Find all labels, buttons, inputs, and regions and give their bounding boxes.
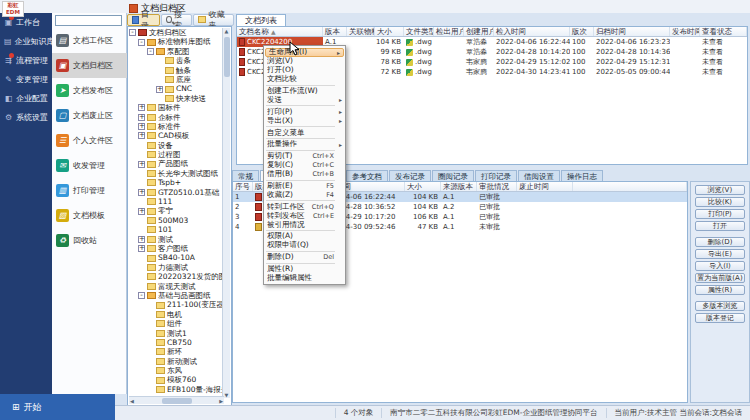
tree-node[interactable]: - 标准物料库图纸	[129, 37, 223, 46]
detail-tab[interactable]: 借阅设置	[518, 170, 560, 181]
module-item[interactable]: ▢ 文档废止区	[52, 103, 127, 128]
tree-node[interactable]: 新动测试	[129, 357, 223, 366]
tree-expand-toggle[interactable]: +	[138, 208, 145, 215]
context-menu-item[interactable]: 发送 ▸	[264, 95, 345, 104]
detail-tab[interactable]: 圈阅记录	[432, 170, 474, 181]
column-header[interactable]: 废止时间	[517, 182, 573, 191]
history-action-button[interactable]: 多版本浏览	[695, 301, 745, 311]
history-action-button[interactable]: 属性(R)	[695, 285, 745, 295]
tree-node[interactable]: 101	[129, 225, 223, 234]
history-action-button[interactable]: 打印(P)	[695, 209, 745, 219]
tree-node[interactable]: 触条	[129, 66, 223, 75]
tree-node[interactable]: SB40-10A	[129, 253, 223, 262]
tree-node[interactable]: - 基础与品画图纸	[129, 291, 223, 300]
tree-node[interactable]: 设备	[129, 141, 223, 150]
column-header[interactable]: 序号	[233, 182, 253, 191]
tree-node[interactable]: 电机	[129, 310, 223, 319]
detail-tab[interactable]: 操作日志	[561, 170, 603, 181]
tree-node[interactable]: + CAD模板	[129, 131, 223, 140]
column-header[interactable]: 检入时间	[494, 27, 570, 36]
tree-node[interactable]: 20220321发货的图纸	[129, 272, 223, 281]
tree-node[interactable]: Tspb+	[129, 178, 223, 187]
context-menu-item[interactable]: 收藏(Z) F4	[264, 190, 345, 199]
module-item[interactable]: ➤ 文档发布区	[52, 78, 127, 103]
column-header[interactable]: 版次	[570, 27, 594, 36]
tree-node[interactable]: 快来快送	[129, 94, 223, 103]
tree-node[interactable]: + 测试	[129, 235, 223, 244]
tree-node[interactable]: 组件	[129, 319, 223, 328]
column-header[interactable]: 版本	[323, 27, 347, 36]
module-item[interactable]: ▣ 文档归档区	[52, 53, 127, 78]
tree-horizontal-scrollbar[interactable]: ◀▶	[129, 396, 224, 404]
tree-node[interactable]: + 客户图纸	[129, 244, 223, 253]
tree-expand-toggle[interactable]: +	[138, 245, 145, 252]
tree-expand-toggle[interactable]: +	[138, 189, 145, 196]
tree-node[interactable]: 测试1	[129, 329, 223, 338]
tree-expand-toggle[interactable]: +	[138, 132, 145, 139]
module-item[interactable]: ✉ 收发管理	[52, 153, 127, 178]
tree-expand-toggle[interactable]: +	[138, 114, 145, 121]
tree-node[interactable]: + 产品图纸	[129, 159, 223, 168]
column-header[interactable]: 来源版本	[441, 182, 477, 191]
column-header[interactable]: 大小	[375, 27, 404, 36]
column-header[interactable]: 大小	[405, 182, 441, 191]
context-menu-item[interactable]: 自定义菜单	[264, 128, 345, 137]
sidebar-item[interactable]: ◧ 企业配置	[0, 89, 52, 108]
column-header[interactable]: 查看状态	[700, 27, 747, 36]
catalog-tab[interactable]: 目录	[127, 14, 160, 26]
tree-node[interactable]: CB750	[129, 338, 223, 347]
sidebar-item[interactable]: ✎ 变更管理	[0, 70, 52, 89]
detail-tab[interactable]: 常规	[232, 170, 259, 181]
history-action-button[interactable]: 置为当前版(A)	[695, 273, 745, 283]
tree-node[interactable]: + 零宁	[129, 206, 223, 215]
tree-expand-toggle[interactable]: -	[147, 48, 154, 55]
tree-node[interactable]: + 企标件	[129, 113, 223, 122]
column-header[interactable]: 审批情况	[477, 182, 517, 191]
module-item[interactable]: ☰ 个人文件区	[52, 128, 127, 153]
context-menu-item[interactable]: 批量编辑属性	[264, 274, 345, 283]
tree-vertical-scrollbar[interactable]: ▲▼	[222, 28, 230, 398]
context-menu-item[interactable]: 批量操作 ▸	[264, 140, 345, 149]
start-button[interactable]: ⊞ 开始	[0, 394, 115, 420]
tree-node[interactable]: 齿条	[129, 56, 223, 65]
tree-node[interactable]: 长光华大测试图纸	[129, 169, 223, 178]
column-header[interactable]: 创建用户	[464, 27, 494, 36]
tree-node[interactable]: 底座	[129, 75, 223, 84]
history-action-button[interactable]: 删除(D)	[695, 237, 745, 247]
column-header[interactable]: 发布时间	[670, 27, 700, 36]
tree-expand-toggle[interactable]: +	[156, 86, 163, 93]
tree-node[interactable]: 模板760	[129, 375, 223, 384]
history-action-button[interactable]: 导出(E)	[695, 249, 745, 259]
history-action-button[interactable]: 比较(K)	[695, 197, 745, 207]
tree-node[interactable]: + 国标件	[129, 103, 223, 112]
tree-expand-toggle[interactable]: -	[138, 292, 145, 299]
tree-node[interactable]: 过程图	[129, 150, 223, 159]
favorites-tab[interactable]: 收藏夹	[193, 14, 234, 26]
context-menu-item[interactable]: 被引用情况	[264, 220, 345, 229]
module-item[interactable]: ▥ 打印管理	[52, 178, 127, 203]
tree-expand-toggle[interactable]: +	[138, 161, 145, 168]
tree-expand-toggle[interactable]: +	[138, 104, 145, 111]
tree-node[interactable]: EFB100量-海报头450图	[129, 385, 223, 394]
tree-node[interactable]: + 标准件	[129, 122, 223, 131]
module-item[interactable]: ♻ 回收站	[52, 228, 127, 253]
tree-expand-toggle[interactable]: +	[138, 236, 145, 243]
context-menu-item[interactable]: 删除(D) Del	[264, 253, 345, 262]
context-menu-item[interactable]: 借用(B) Ctrl+B	[264, 170, 345, 179]
module-item[interactable]: ▤ 文档工作区	[52, 28, 127, 53]
history-action-button[interactable]: 版本登记	[695, 313, 745, 323]
sidebar-item[interactable]: ⚙ 系统设置	[0, 108, 52, 127]
column-header[interactable]: 归档时间	[594, 27, 670, 36]
tree-node[interactable]: - 文档归档区	[129, 28, 223, 37]
tree-node[interactable]: + CNC	[129, 84, 223, 93]
tree-node[interactable]: 111	[129, 197, 223, 206]
tree-node[interactable]: - 泵配图	[129, 47, 223, 56]
module-item[interactable]: ▧ 文档模板	[52, 203, 127, 228]
context-menu-item[interactable]: 导出(X) ▸	[264, 116, 345, 125]
history-action-button[interactable]: 打开	[695, 221, 745, 231]
sidebar-item[interactable]: ▤ 企业知识库	[0, 32, 52, 51]
context-menu-item[interactable]: 权限申请(Q)	[264, 241, 345, 250]
tree-expand-toggle[interactable]: -	[129, 29, 136, 36]
column-header[interactable]: 文档名称▲	[237, 27, 323, 36]
sidebar-item[interactable]: ⇶ 流程管理	[0, 51, 52, 70]
